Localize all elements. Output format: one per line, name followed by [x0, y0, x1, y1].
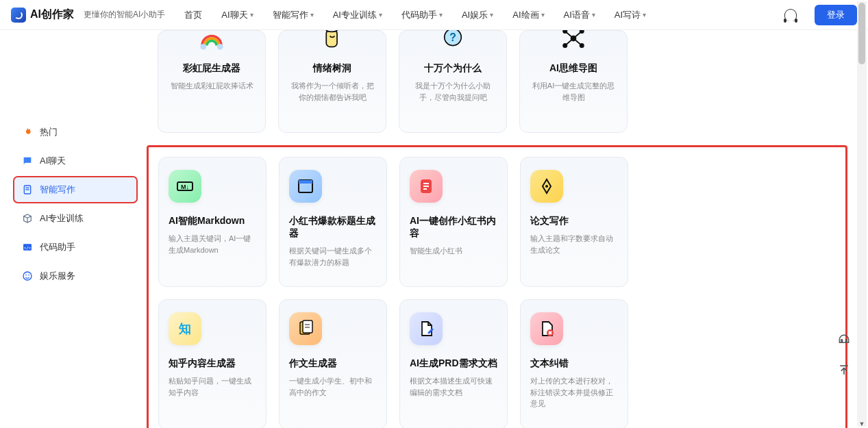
- card-desc: 输入主题和字数要求自动生成论文: [530, 233, 618, 255]
- float-buttons: [834, 329, 854, 380]
- card-title: 作文生成器: [289, 357, 377, 370]
- svg-point-9: [217, 44, 223, 50]
- note-icon: [410, 170, 443, 203]
- card-desc: 我是十万个为什么小助手，尽管向我提问吧: [409, 80, 497, 103]
- zhihu-icon: 知: [169, 312, 201, 345]
- card-xhs-content[interactable]: AI一键创作小红书内容 智能生成小红书: [399, 157, 508, 287]
- card-desc: 一键生成小学生、初中和高中的作文: [289, 375, 377, 398]
- chevron-down-icon: ▾: [541, 11, 545, 18]
- sidebar-item-fun[interactable]: 娱乐服务: [14, 263, 137, 289]
- nav-poem[interactable]: AI写诗▾: [615, 9, 646, 21]
- code-icon: </>: [22, 242, 33, 253]
- rainbow-icon: [197, 30, 226, 53]
- essay-icon: [289, 312, 322, 345]
- sidebar-item-write[interactable]: 智能写作: [14, 177, 137, 203]
- card-title: 彩虹屁生成器: [168, 62, 256, 75]
- main: 热门 AI聊天 智能写作 AI专业训练 </> 代码助手 娱乐服务 彩虹屁生成器: [0, 30, 868, 428]
- svg-text:?: ?: [449, 32, 456, 43]
- header: AI创作家 更懂你的智能AI小助手 首页 AI聊天▾ 智能写作▾ AI专业训练▾…: [0, 0, 868, 30]
- headset-icon[interactable]: [784, 9, 797, 21]
- card-mindmap[interactable]: AI思维导图 利用AI一键生成完整的思维导图: [519, 30, 628, 133]
- svg-rect-10: [326, 30, 337, 47]
- doc-icon: [22, 184, 33, 195]
- card-title: 小红书爆款标题生成器: [289, 215, 377, 240]
- svg-text:M↓: M↓: [181, 184, 189, 190]
- svg-point-5: [23, 272, 32, 280]
- card-desc: 智能生成小红书: [410, 245, 462, 257]
- cards-row-top: 彩虹屁生成器 智能生成彩虹屁吹捧话术 情绪树洞 我将作为一个倾听者，把你的烦恼都…: [158, 30, 847, 133]
- sidebar-item-hot[interactable]: 热门: [14, 119, 137, 145]
- card-desc: 粘贴知乎问题，一键生成知乎内容: [169, 375, 256, 398]
- nav-home[interactable]: 首页: [184, 9, 202, 21]
- logo-text: AI创作家: [30, 8, 74, 22]
- card-xhs-title[interactable]: 小红书爆款标题生成器 根据关键词一键生成多个有爆款潜力的标题: [279, 157, 387, 287]
- card-title: 论文写作: [530, 215, 618, 227]
- nav-voice[interactable]: AI语音▾: [564, 9, 595, 21]
- nav-code[interactable]: 代码助手▾: [401, 9, 443, 21]
- back-to-top-button[interactable]: [834, 360, 854, 380]
- svg-text:知: 知: [178, 322, 191, 336]
- sidebar-item-train[interactable]: AI专业训练: [14, 205, 137, 231]
- markdown-icon: M↓: [169, 170, 201, 203]
- scroll-thumb[interactable]: [858, 3, 865, 64]
- window-icon: [289, 170, 322, 203]
- card-desc: 利用AI一键生成完整的思维导图: [530, 80, 617, 103]
- card-title: AI思维导图: [530, 62, 617, 75]
- svg-point-11: [326, 30, 337, 32]
- chevron-down-icon: ▾: [250, 11, 253, 18]
- top-nav: 首页 AI聊天▾ 智能写作▾ AI专业训练▾ 代码助手▾ AI娱乐▾ AI绘画▾…: [184, 9, 773, 21]
- mindmap-icon: [559, 30, 588, 53]
- chevron-down-icon: ▾: [439, 11, 443, 18]
- card-title: 十万个为什么: [409, 62, 497, 75]
- card-desc: 我将作为一个倾听者，把你的烦恼都告诉我吧: [288, 80, 376, 103]
- nav-write[interactable]: 智能写作▾: [273, 9, 314, 21]
- card-why[interactable]: ? 十万个为什么 我是十万个为什么小助手，尽管向我提问吧: [399, 30, 507, 133]
- card-title: AI生成PRD需求文档: [410, 357, 497, 370]
- logo-icon: [11, 8, 26, 23]
- card-fix[interactable]: 文本纠错 对上传的文本进行校对，标注错误文本并提供修正意见: [520, 299, 628, 428]
- card-title: AI智能Markdown: [169, 215, 256, 227]
- smile-icon: [22, 270, 33, 281]
- card-desc: 对上传的文本进行校对，标注错误文本并提供修正意见: [530, 375, 618, 410]
- chat-icon: [22, 155, 33, 166]
- svg-point-27: [545, 185, 548, 188]
- card-desc: 智能生成彩虹屁吹捧话术: [171, 80, 253, 92]
- scroll-down-icon[interactable]: ▼: [857, 420, 867, 427]
- fire-icon: [22, 127, 33, 138]
- card-title: 文本纠错: [530, 357, 618, 370]
- chevron-down-icon: ▾: [310, 11, 314, 18]
- sidebar-item-chat[interactable]: AI聊天: [14, 148, 137, 174]
- chevron-down-icon: ▾: [592, 11, 595, 18]
- svg-point-8: [200, 44, 206, 50]
- card-zhihu[interactable]: 知 知乎内容生成器 粘贴知乎问题，一键生成知乎内容: [158, 299, 266, 428]
- logo[interactable]: AI创作家: [11, 8, 74, 23]
- nav-draw[interactable]: AI绘画▾: [512, 9, 544, 21]
- highlighted-section: M↓ AI智能Markdown 输入主题关键词，AI一键生成Markdown 小…: [147, 145, 847, 428]
- support-button[interactable]: [834, 329, 854, 350]
- content: 彩虹屁生成器 智能生成彩虹屁吹捧话术 情绪树洞 我将作为一个倾听者，把你的烦恼都…: [137, 30, 868, 428]
- card-rainbow[interactable]: 彩虹屁生成器 智能生成彩虹屁吹捧话术: [158, 30, 266, 133]
- fix-icon: [530, 312, 563, 345]
- card-paper[interactable]: 论文写作 输入主题和字数要求自动生成论文: [520, 157, 628, 287]
- chevron-down-icon: ▾: [490, 11, 493, 18]
- nav-chat[interactable]: AI聊天▾: [221, 9, 253, 21]
- chevron-down-icon: ▾: [643, 11, 646, 18]
- sidebar-item-code[interactable]: </> 代码助手: [14, 234, 137, 260]
- tagline: 更懂你的智能AI小助手: [84, 9, 165, 21]
- nav-train[interactable]: AI专业训练▾: [333, 9, 382, 21]
- login-button[interactable]: 登录: [815, 5, 857, 25]
- card-desc: 输入主题关键词，AI一键生成Markdown: [169, 233, 256, 255]
- card-treehole[interactable]: 情绪树洞 我将作为一个倾听者，把你的烦恼都告诉我吧: [278, 30, 386, 133]
- card-markdown[interactable]: M↓ AI智能Markdown 输入主题关键词，AI一键生成Markdown: [158, 157, 266, 287]
- nav-fun[interactable]: AI娱乐▾: [462, 9, 493, 21]
- svg-rect-22: [299, 180, 312, 184]
- question-icon: ?: [438, 30, 467, 53]
- card-title: 知乎内容生成器: [169, 357, 256, 370]
- cards-row-mid: M↓ AI智能Markdown 输入主题关键词，AI一键生成Markdown 小…: [158, 157, 836, 287]
- card-prd[interactable]: AI生成PRD需求文档 根据文本描述生成可快速编辑的需求文档: [399, 299, 508, 428]
- card-desc: 根据关键词一键生成多个有爆款潜力的标题: [289, 245, 377, 268]
- svg-point-6: [25, 275, 27, 276]
- scrollbar[interactable]: ▲ ▼: [857, 1, 867, 427]
- card-essay[interactable]: 作文生成器 一键生成小学生、初中和高中的作文: [279, 299, 387, 428]
- svg-text:</>: </>: [24, 245, 32, 250]
